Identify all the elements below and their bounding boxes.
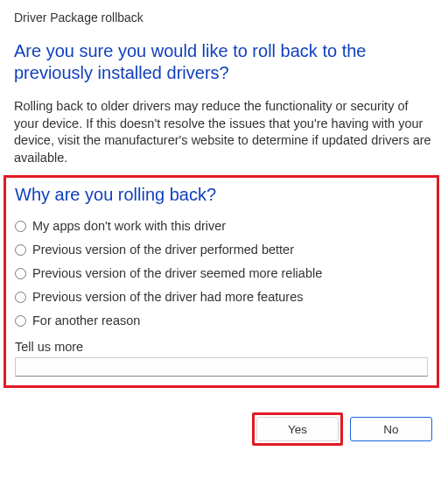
reason-radio-features[interactable] — [15, 292, 26, 303]
reason-label: For another reason — [32, 313, 140, 328]
warning-text: Rolling back to older drivers may reduce… — [14, 98, 434, 166]
dialog-button-row: Yes No — [14, 412, 434, 446]
reason-label: My apps don't work with this driver — [32, 219, 226, 233]
reason-option-apps[interactable]: My apps don't work with this driver — [15, 219, 428, 233]
yes-button-highlight: Yes — [252, 412, 343, 446]
reason-radio-apps[interactable] — [15, 221, 26, 232]
no-button[interactable]: No — [350, 417, 432, 441]
reason-label: Previous version of the driver had more … — [32, 290, 303, 304]
confirm-heading: Are you sure you would like to roll back… — [14, 40, 434, 84]
reason-label: Previous version of the driver seemed mo… — [32, 266, 322, 280]
tell-more-label: Tell us more — [15, 340, 428, 354]
reason-option-reliability[interactable]: Previous version of the driver seemed mo… — [15, 266, 428, 280]
window-title: Driver Package rollback — [14, 11, 434, 25]
reason-section-highlight: Why are you rolling back? My apps don't … — [4, 175, 439, 388]
reason-label: Previous version of the driver performed… — [32, 243, 294, 257]
reason-heading: Why are you rolling back? — [15, 185, 428, 205]
reason-radio-reliability[interactable] — [15, 268, 26, 279]
reason-option-features[interactable]: Previous version of the driver had more … — [15, 290, 428, 304]
yes-button[interactable]: Yes — [256, 417, 339, 441]
reason-radio-other[interactable] — [15, 315, 26, 327]
reason-option-performance[interactable]: Previous version of the driver performed… — [15, 243, 428, 257]
tell-more-input[interactable] — [15, 357, 428, 377]
reason-option-other[interactable]: For another reason — [15, 313, 428, 328]
reason-radio-group: My apps don't work with this driver Prev… — [15, 219, 428, 328]
reason-radio-performance[interactable] — [15, 244, 26, 256]
